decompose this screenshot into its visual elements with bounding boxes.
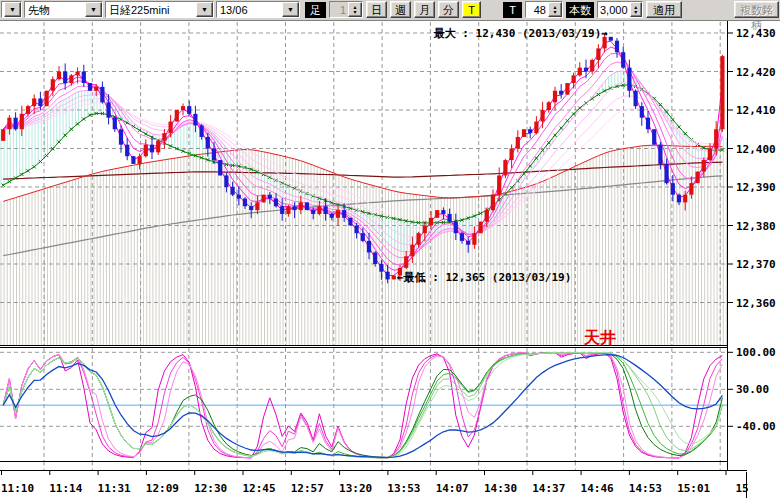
symbol-select[interactable]: 日経225mini ▼ bbox=[105, 1, 214, 18]
multi-symbol-button[interactable]: 複数銘柄 bbox=[734, 1, 779, 18]
market-select[interactable]: 先物 ▼ bbox=[24, 1, 103, 18]
price-axis-label: 12,390 bbox=[736, 181, 776, 194]
oscillator-axis-label: 100.00 bbox=[736, 346, 776, 359]
toolbar: ▼ 先物 ▼ 日経225mini ▼ 13/06 ▼ 足 1 ▴▾ 日 週 月 … bbox=[0, 0, 780, 21]
apply-button[interactable]: 適用 bbox=[646, 1, 682, 18]
price-axis-label: 12,420 bbox=[736, 66, 776, 79]
month-bars-button[interactable]: 月 bbox=[414, 1, 435, 18]
spinner-arrows-icon[interactable]: ▴▾ bbox=[348, 2, 362, 17]
price-axis-label: 12,400 bbox=[736, 143, 776, 156]
leftmost-dropdown[interactable]: ▼ bbox=[1, 1, 22, 18]
spinner-arrows-icon[interactable]: ▴▾ bbox=[548, 2, 562, 17]
time-axis-label: 12:57 bbox=[291, 482, 324, 495]
market-select-value: 先物 bbox=[25, 2, 85, 17]
chevron-down-icon[interactable]: ▼ bbox=[196, 2, 213, 17]
time-axis-label: 14:46 bbox=[581, 482, 614, 495]
day-bars-button[interactable]: 日 bbox=[366, 1, 387, 18]
min-price-annotation: ←最低 : 12,365 (2013/03/19) bbox=[397, 271, 571, 284]
price-axis-label: 12,430 bbox=[736, 27, 776, 40]
time-axis-label: 14:53 bbox=[629, 482, 662, 495]
time-axis-label: 11:10 bbox=[1, 482, 34, 495]
bar-type-label: 足 bbox=[305, 2, 326, 18]
time-axis-label: 13:20 bbox=[339, 482, 372, 495]
time-axis-label: 11:31 bbox=[98, 482, 131, 495]
time-axis-label: 15 bbox=[735, 482, 748, 495]
t-value-stepper[interactable]: 48 ▴▾ bbox=[525, 1, 563, 18]
time-axis-label: 14:07 bbox=[436, 482, 469, 495]
bar-count-label: 本数 bbox=[566, 2, 594, 18]
minute-bars-button[interactable]: 分 bbox=[438, 1, 459, 18]
price-axis-label: 12,360 bbox=[736, 297, 776, 310]
t-value: 48 bbox=[526, 2, 548, 17]
price-axis-label: 12,410 bbox=[736, 104, 776, 117]
tick-bars-button[interactable]: T bbox=[462, 1, 481, 18]
time-axis-label: 11:14 bbox=[49, 482, 82, 495]
time-axis-ticks bbox=[2, 471, 727, 476]
chart-application-window: ▼ 先物 ▼ 日経225mini ▼ 13/06 ▼ 足 1 ▴▾ 日 週 月 … bbox=[0, 0, 780, 500]
chevron-down-icon[interactable]: ▼ bbox=[85, 2, 102, 17]
oscillator-axis-label: 30.00 bbox=[736, 383, 769, 396]
time-axis-label: 14:30 bbox=[484, 482, 517, 495]
time-axis-label: 13:53 bbox=[387, 482, 420, 495]
time-axis-label: 12:45 bbox=[242, 482, 275, 495]
chevron-down-icon[interactable]: ▼ bbox=[4, 2, 21, 17]
bar-count-stepper[interactable]: 3,000 ▴▾ bbox=[597, 1, 643, 18]
contract-month-select[interactable]: 13/06 ▼ bbox=[216, 1, 300, 18]
chevron-down-icon[interactable]: ▼ bbox=[282, 2, 299, 17]
ceiling-annotation: 天井 bbox=[583, 328, 616, 347]
oscillator-axis-label: -40.00 bbox=[736, 420, 776, 433]
time-axis-label: 14:37 bbox=[532, 482, 565, 495]
price-axis-label: 12,370 bbox=[736, 258, 776, 271]
week-bars-button[interactable]: 週 bbox=[390, 1, 411, 18]
price-chart[interactable]: 12,43012,42012,41012,40012,39012,38012,3… bbox=[0, 20, 780, 500]
spinner-arrows-icon[interactable]: ▴▾ bbox=[630, 2, 642, 17]
vertical-gridlines bbox=[44, 22, 720, 470]
time-axis-label: 15:01 bbox=[677, 482, 710, 495]
symbol-select-value: 日経225mini bbox=[106, 2, 196, 17]
time-axis-label: 12:30 bbox=[194, 482, 227, 495]
bar-count-value: 3,000 bbox=[598, 2, 630, 17]
time-axis-label: 12:09 bbox=[146, 482, 179, 495]
max-price-annotation: 最大 : 12,430 (2013/03/19)→ bbox=[433, 27, 609, 40]
interval-stepper[interactable]: 1 ▴▾ bbox=[329, 1, 363, 18]
interval-value: 1 bbox=[330, 2, 348, 17]
price-axis-label: 12,380 bbox=[736, 220, 776, 233]
contract-month-value: 13/06 bbox=[217, 2, 282, 17]
t-label: T bbox=[503, 2, 522, 18]
